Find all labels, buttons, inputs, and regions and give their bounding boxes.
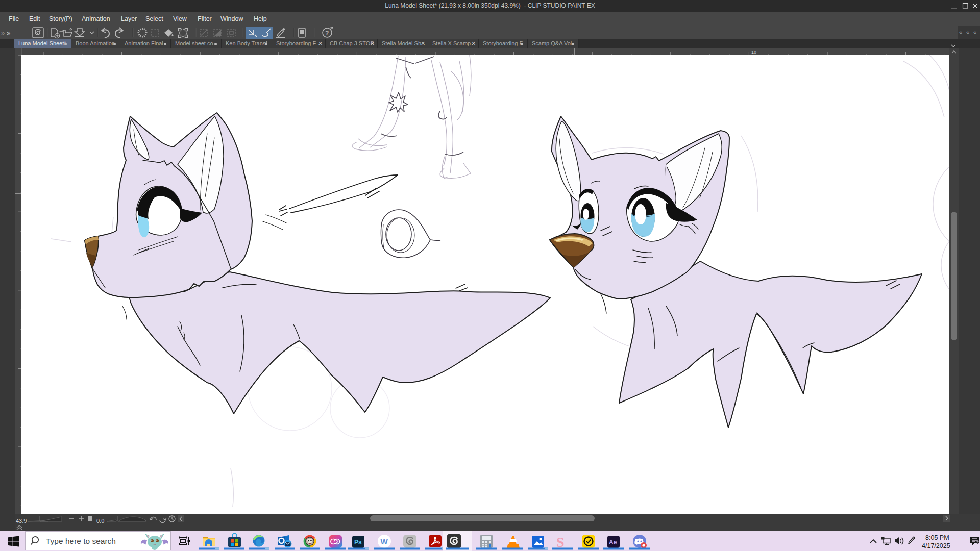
svg-text:?: ? xyxy=(325,30,329,37)
svg-text:Ae: Ae xyxy=(609,539,617,546)
svg-text:«: « xyxy=(959,29,962,35)
svg-text:Ps: Ps xyxy=(354,539,362,546)
svg-text:«: « xyxy=(966,29,969,35)
svg-text:0.0: 0.0 xyxy=(96,518,104,524)
svg-text:8:05 PM: 8:05 PM xyxy=(925,534,949,541)
svg-text:«: « xyxy=(973,29,976,35)
svg-text:Type here to search: Type here to search xyxy=(46,537,116,545)
svg-text:W: W xyxy=(381,537,388,546)
svg-text:10: 10 xyxy=(751,49,756,55)
svg-text:43.9: 43.9 xyxy=(16,518,27,524)
svg-text:S: S xyxy=(556,534,565,550)
svg-text:»: » xyxy=(7,29,10,37)
svg-text:»: » xyxy=(1,29,5,37)
svg-text:4/17/2025: 4/17/2025 xyxy=(922,542,950,549)
